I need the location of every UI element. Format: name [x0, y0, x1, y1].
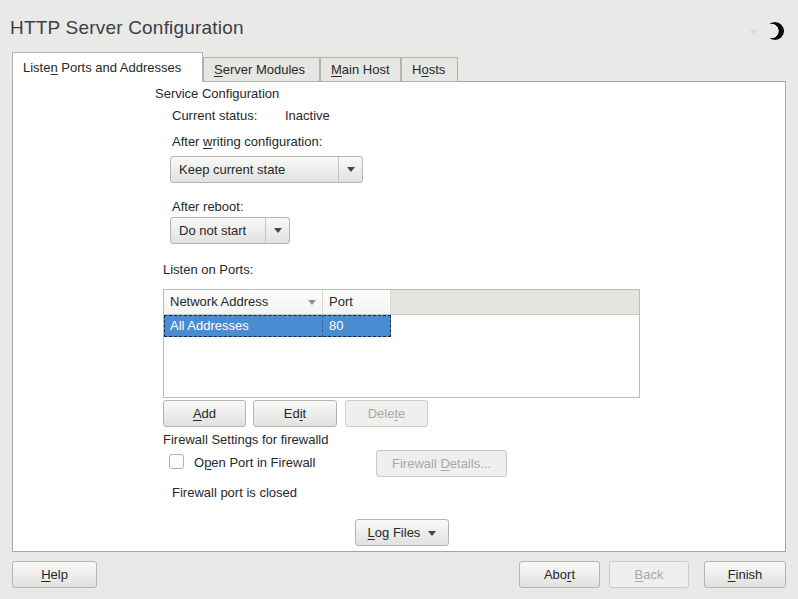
- button-label-part: ack: [643, 567, 663, 582]
- tab-label-part: sts: [429, 62, 446, 77]
- button-label-part: Abo: [544, 567, 567, 582]
- button-label-part: etails...: [450, 456, 491, 471]
- button-label-mnemonic: D: [440, 456, 449, 471]
- after-reboot-label: After reboot:: [172, 199, 244, 214]
- button-label-part: inish: [736, 567, 763, 582]
- theme-toggle[interactable]: ☀: [748, 22, 784, 42]
- abort-button[interactable]: Abort: [519, 561, 600, 588]
- tab-hosts[interactable]: Hosts: [401, 57, 458, 82]
- column-header-filler: [391, 290, 639, 315]
- button-label-part: Firewall: [392, 456, 440, 471]
- button-label-mnemonic: A: [193, 406, 202, 421]
- button-label-mnemonic: H: [41, 567, 50, 582]
- column-header-port[interactable]: Port: [323, 290, 391, 315]
- delete-button[interactable]: Delete: [345, 400, 428, 427]
- tab-label-part: Liste: [23, 60, 50, 75]
- column-header-label: Port: [329, 290, 353, 314]
- label-part: After: [172, 134, 203, 149]
- cell-network-address: All Addresses: [164, 315, 323, 337]
- help-button[interactable]: Help: [12, 561, 97, 588]
- button-label-part: t: [303, 406, 307, 421]
- column-header-network-address[interactable]: Network Address: [164, 290, 323, 315]
- button-label-mnemonic: F: [728, 567, 736, 582]
- button-label-part: dd: [202, 406, 216, 421]
- selected-value: Keep current state: [171, 162, 338, 177]
- listen-on-ports-label: Listen on Ports:: [163, 262, 253, 277]
- tab-label-part: erver Modules: [223, 62, 305, 77]
- after-writing-configuration-label: After writing configuration:: [172, 134, 322, 149]
- page-title: HTTP Server Configuration: [10, 17, 244, 39]
- moon-icon: [766, 22, 784, 40]
- current-status-label: Current status:: [172, 108, 257, 123]
- label-part: O: [194, 455, 204, 470]
- button-label-part: og Files: [375, 525, 421, 540]
- table-header-row: Network Address Port: [164, 290, 639, 315]
- selected-value: Do not start: [171, 223, 265, 238]
- tab-listen-ports-and-addresses[interactable]: Listen Ports and Addresses: [12, 52, 203, 82]
- cell-port: 80: [323, 315, 391, 337]
- back-button[interactable]: Back: [609, 561, 689, 588]
- chevron-down-icon: [338, 157, 362, 182]
- button-label-mnemonic: L: [368, 525, 375, 540]
- after-writing-configuration-select[interactable]: Keep current state: [170, 156, 363, 183]
- firewall-details-button[interactable]: Firewall Details...: [376, 450, 507, 477]
- button-label-part: Ed: [284, 406, 300, 421]
- finish-button[interactable]: Finish: [704, 561, 786, 588]
- tab-label-mnemonic: S: [214, 62, 223, 77]
- tab-server-modules[interactable]: Server Modules: [203, 57, 320, 82]
- listen-ports-table: Network Address Port All Addresses 80: [163, 289, 640, 398]
- tab-label-mnemonic: n: [50, 60, 57, 75]
- tab-label-mnemonic: M: [331, 62, 342, 77]
- log-files-button[interactable]: Log Files: [355, 519, 449, 546]
- button-label-part: e: [398, 406, 405, 421]
- edit-button[interactable]: Edit: [253, 400, 337, 427]
- open-port-in-firewall-label[interactable]: Open Port in Firewall: [194, 455, 315, 470]
- label-part: en Port in Firewall: [211, 455, 315, 470]
- tab-label-part: H: [412, 62, 421, 77]
- current-status-value: Inactive: [285, 108, 330, 123]
- sort-desc-icon: [308, 300, 316, 305]
- add-button[interactable]: Add: [163, 400, 246, 427]
- tab-label-part: ain Host: [342, 62, 390, 77]
- service-configuration-heading: Service Configuration: [155, 86, 279, 101]
- label-part: riting configuration:: [212, 134, 322, 149]
- button-label-mnemonic: B: [635, 567, 644, 582]
- tab-main-host[interactable]: Main Host: [320, 57, 401, 82]
- table-row[interactable]: All Addresses 80: [164, 315, 391, 337]
- button-label-part: t: [571, 567, 575, 582]
- open-port-in-firewall-checkbox[interactable]: [169, 454, 184, 469]
- button-label-part: Dele: [368, 406, 395, 421]
- firewall-settings-heading: Firewall Settings for firewalld: [163, 432, 328, 447]
- after-reboot-select[interactable]: Do not start: [170, 217, 290, 244]
- tab-label-part: Ports and Addresses: [58, 60, 182, 75]
- firewall-port-status-text: Firewall port is closed: [172, 485, 297, 500]
- chevron-down-icon: [428, 531, 436, 536]
- button-label-part: elp: [51, 567, 68, 582]
- chevron-down-icon: [265, 218, 289, 243]
- sun-icon: ☀: [748, 25, 759, 39]
- column-header-label: Network Address: [170, 290, 268, 314]
- tab-label-mnemonic: o: [421, 62, 428, 77]
